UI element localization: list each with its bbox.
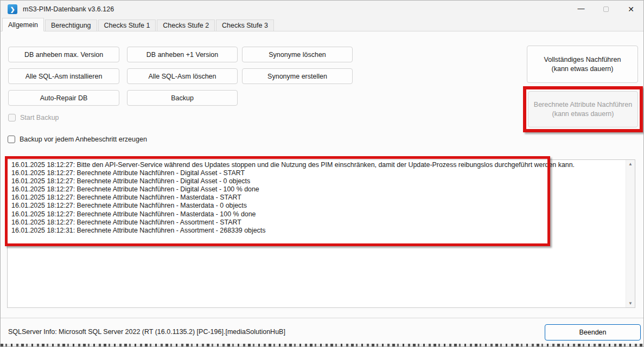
vollstaendiges-nachfuehren-button[interactable]: Vollständiges Nachführen (kann etwas dau… <box>527 46 638 83</box>
backup-button[interactable]: Backup <box>127 90 238 106</box>
minimize-button[interactable]: — <box>569 1 594 18</box>
alle-sql-asm-installieren-button[interactable]: Alle SQL-Asm installieren <box>8 68 119 84</box>
tab-berechtigung[interactable]: Berechtigung <box>45 20 97 31</box>
synonyme-erstellen-button[interactable]: Synonyme erstellen <box>242 68 353 84</box>
app-icon-glyph: ❯ <box>10 6 15 13</box>
beenden-button[interactable]: Beenden <box>545 324 641 340</box>
alle-sql-asm-loeschen-button[interactable]: Alle SQL-Asm löschen <box>127 68 238 84</box>
tab-allgemein[interactable]: Allgemein <box>2 18 44 31</box>
backup-vor-anhebeschritt-checkbox[interactable]: Backup vor jedem Anhebeschritt erzeugen <box>8 136 147 143</box>
db-anheben-max-version-button[interactable]: DB anheben max. Version <box>8 47 119 62</box>
log-line: 16.01.2025 18:12:31: Berechnete Attribut… <box>11 227 622 235</box>
tab-checks-stufe-3[interactable]: Checks Stufe 3 <box>216 20 274 31</box>
scroll-up-icon[interactable]: ▲ <box>628 162 633 166</box>
scroll-down-icon[interactable]: ▼ <box>628 301 633 306</box>
title-bar: ❯ mS3-PIM-Datenbank v3.6.126 — ✕ <box>1 1 643 18</box>
tab-checks-stufe-1[interactable]: Checks Stufe 1 <box>98 20 156 31</box>
app-icon: ❯ <box>8 4 17 14</box>
minimize-icon: — <box>578 4 585 12</box>
log-line: 16.01.2025 18:12:27: Berechnete Attribut… <box>11 169 622 177</box>
tab-page-allgemein: DB anheben max. Version DB anheben +1 Ve… <box>1 31 643 347</box>
statusbar-separator <box>1 318 643 318</box>
db-anheben-plus1-version-button[interactable]: DB anheben +1 Version <box>127 47 238 62</box>
log-line: 16.01.2025 18:12:27: Berechnete Attribut… <box>11 177 622 185</box>
sqlserver-info-text: SQLServer Info: Microsoft SQL Server 202… <box>8 328 285 336</box>
log-line: 16.01.2025 18:12:27: Berechnete Attribut… <box>11 202 622 210</box>
log-line: 16.01.2025 18:12:27: Berechnete Attribut… <box>11 210 622 219</box>
close-button[interactable]: ✕ <box>619 1 643 18</box>
close-icon: ✕ <box>628 5 634 14</box>
checkbox-icon[interactable] <box>8 136 15 143</box>
start-backup-checkbox: Start Backup <box>8 114 59 121</box>
checkbox-icon <box>8 114 16 121</box>
berechnete-attribute-nachfuehren-button[interactable]: Berechnete Attribute Nachführen (kann et… <box>528 91 638 127</box>
tab-bar: Allgemein Berechtigung Checks Stufe 1 Ch… <box>1 18 643 31</box>
log-line: 16.01.2025 18:12:27: Berechnete Attribut… <box>11 219 622 227</box>
log-line: 16.01.2025 18:12:27: Berechnete Attribut… <box>11 194 622 202</box>
log-line: 16.01.2025 18:12:27: Bitte den API-Serve… <box>11 161 622 169</box>
clipped-background-content <box>1 344 643 346</box>
log-line: 16.01.2025 18:12:27: Berechnete Attribut… <box>11 185 622 194</box>
window-title: mS3-PIM-Datenbank v3.6.126 <box>23 5 114 13</box>
auto-repair-db-button[interactable]: Auto-Repair DB <box>8 90 119 106</box>
maximize-icon <box>603 7 609 12</box>
checkbox-label: Start Backup <box>20 114 59 121</box>
maximize-button <box>594 1 619 18</box>
log-output-textbox[interactable]: 16.01.2025 18:12:27: Bitte den API-Serve… <box>7 159 635 308</box>
window-controls: — ✕ <box>569 1 643 18</box>
tab-checks-stufe-2[interactable]: Checks Stufe 2 <box>157 20 215 31</box>
synonyme-loeschen-button[interactable]: Synonyme löschen <box>242 47 353 62</box>
log-vertical-scrollbar[interactable]: ▲ ▼ <box>626 160 635 307</box>
checkbox-label: Backup vor jedem Anhebeschritt erzeugen <box>20 136 147 143</box>
app-window: ❯ mS3-PIM-Datenbank v3.6.126 — ✕ Allgeme… <box>0 0 644 347</box>
